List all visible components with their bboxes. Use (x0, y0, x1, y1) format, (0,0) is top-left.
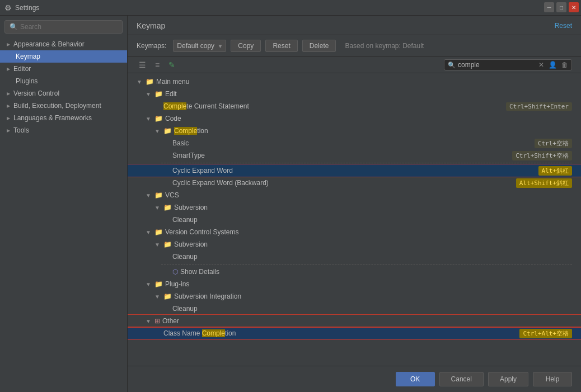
shortcut-badge: Ctrl+Alt+空格 (519, 329, 572, 338)
search-filter-icon: 🔍 (448, 62, 456, 69)
tree-item-subversion1[interactable]: ▼ 📁 Subversion (128, 201, 581, 214)
keymap-dropdown[interactable]: Default copy Default ▼ (173, 40, 226, 52)
tree-item-main-menu[interactable]: ▼ 📁 Main menu (128, 75, 581, 88)
person-icon: 👤 (549, 61, 557, 69)
icon-toolbar: ☰ ≡ ✎ 🔍 ✕ 👤 🗑 (128, 57, 581, 73)
sidebar-item-build[interactable]: ▶ Build, Execution, Deployment (0, 100, 127, 112)
collapse-icon: ▼ (137, 79, 143, 85)
close-button[interactable]: ✕ (569, 2, 579, 12)
delete-button[interactable]: Delete (302, 40, 336, 52)
tree-item-complete-current[interactable]: ▼ Complete Current Statement Ctrl+Shift+… (128, 100, 581, 112)
arrow-icon: ▶ (7, 42, 10, 47)
search-filter-input[interactable] (458, 61, 536, 69)
folder-icon: 📁 (154, 280, 163, 288)
folder-icon: 📁 (146, 78, 154, 86)
tree-item-smarttype[interactable]: ▼ SmartType Ctrl+Shift+空格 (128, 149, 581, 162)
arrow-icon: ▶ (7, 116, 10, 121)
tree-item-cleanup3[interactable]: ▼ Cleanup (128, 303, 581, 315)
sidebar-item-editor[interactable]: ▶ Editor (0, 63, 127, 75)
tree-item-completion[interactable]: ▼ 📁 Completion (128, 125, 581, 137)
tree-item-cyclic-expand-back[interactable]: ▼ Cyclic Expand Word (Backward) Alt+Shif… (128, 177, 581, 189)
other-icon: ⊞ (154, 317, 160, 325)
content-title: Keymap (137, 21, 165, 30)
tree-item-edit[interactable]: ▼ 📁 Edit (128, 88, 581, 100)
tree-item-code[interactable]: ▼ 📁 Code (128, 112, 581, 125)
collapse-icon: ▼ (154, 242, 161, 248)
sidebar-search-input[interactable] (20, 23, 118, 31)
cancel-button[interactable]: Cancel (439, 372, 484, 386)
folder-icon: 📁 (154, 90, 163, 98)
minimize-button[interactable]: ─ (544, 2, 554, 12)
apply-button[interactable]: Apply (488, 372, 528, 386)
tree-item-basic[interactable]: ▼ Basic Ctrl+空格 (128, 137, 581, 149)
shortcut-badge: Ctrl+Shift+空格 (512, 151, 572, 160)
expand-all-button[interactable]: ☰ (137, 59, 148, 70)
tree-item-cleanup1[interactable]: ▼ Cleanup (128, 214, 581, 226)
sidebar-item-label: Build, Execution, Deployment (13, 102, 101, 110)
plugin-icon: ⬡ (172, 268, 178, 276)
sidebar-item-keymap[interactable]: Keymap (0, 50, 127, 63)
window-controls: ─ □ ✕ (544, 2, 579, 12)
collapse-icon: ▼ (154, 205, 161, 211)
sidebar: 🔍 ▶ Appearance & Behavior Keymap ▶ Edito… (0, 16, 128, 392)
sidebar-item-languages[interactable]: ▶ Languages & Frameworks (0, 112, 127, 124)
tree-item-cyclic-expand[interactable]: ▼ Cyclic Expand Word Alt+斜杠 (128, 164, 581, 177)
collapse-icon: ▼ (146, 91, 152, 97)
separator (161, 163, 572, 163)
sidebar-item-plugins[interactable]: Plugins (0, 75, 127, 87)
tree-item-plugins[interactable]: ▼ 📁 Plug-ins (128, 278, 581, 290)
collapse-icon: ▼ (146, 192, 152, 199)
tree-item-subversion2[interactable]: ▼ 📁 Subversion (128, 238, 581, 251)
tree-item-class-name-completion[interactable]: ▼ Class Name Completion Ctrl+Alt+空格 (128, 327, 581, 339)
settings-icon: ⚙ (4, 3, 12, 12)
collapse-icon: ▼ (154, 128, 161, 134)
folder-icon: 📁 (154, 191, 163, 199)
search-icon: 🔍 (10, 23, 18, 31)
footer: OK Cancel Apply Help (128, 366, 581, 392)
reset-button[interactable]: Reset (265, 40, 297, 52)
sidebar-item-appearance[interactable]: ▶ Appearance & Behavior (0, 38, 127, 50)
collapse-all-button[interactable]: ≡ (153, 59, 162, 70)
maximize-button[interactable]: □ (556, 2, 566, 12)
sidebar-item-label: Appearance & Behavior (13, 40, 85, 48)
tree-item-vcs-systems[interactable]: ▼ 📁 Version Control Systems (128, 226, 581, 238)
shortcut-badge: Ctrl+空格 (535, 139, 572, 148)
content-area: Keymap Reset Keymaps: Default copy Defau… (128, 16, 581, 392)
keymaps-label: Keymaps: (137, 42, 166, 50)
collapse-icon: ▼ (154, 294, 161, 300)
toolbar-row: Keymaps: Default copy Default ▼ Copy Res… (128, 35, 581, 57)
folder-icon: 📁 (154, 115, 163, 122)
ok-button[interactable]: OK (396, 372, 435, 386)
collapse-icon: ▼ (146, 281, 152, 287)
help-button[interactable]: Help (533, 372, 572, 386)
title-bar: ⚙ Settings ─ □ ✕ (0, 0, 581, 16)
arrow-icon: ▶ (7, 67, 10, 72)
content-header: Keymap Reset (128, 16, 581, 35)
copy-button[interactable]: Copy (231, 40, 261, 52)
arrow-icon: ▶ (7, 128, 10, 133)
tree-item-subversion-integration[interactable]: ▼ 📁 Subversion Integration (128, 290, 581, 303)
tree-area[interactable]: ▼ 📁 Main menu ▼ 📁 Edit ▼ Complete Curren… (128, 73, 581, 366)
folder-icon: 📁 (163, 240, 172, 248)
collapse-icon: ▼ (146, 318, 152, 324)
keymap-select[interactable]: Default copy Default (173, 40, 226, 52)
sidebar-item-tools[interactable]: ▶ Tools (0, 124, 127, 136)
tree-item-other[interactable]: ▼ ⊞ Other (128, 315, 581, 327)
reset-link[interactable]: Reset (555, 22, 572, 30)
window-title: Settings (15, 4, 39, 12)
sidebar-item-label: Tools (13, 126, 29, 134)
sidebar-item-label: Languages & Frameworks (13, 114, 92, 122)
clear-search-button[interactable]: ✕ (538, 61, 544, 69)
sidebar-item-label: Editor (13, 65, 31, 73)
sidebar-item-version-control[interactable]: ▶ Version Control (0, 87, 127, 100)
trash-icon[interactable]: 🗑 (561, 61, 568, 69)
separator (161, 264, 572, 265)
collapse-icon: ▼ (146, 229, 152, 235)
based-on-label: Based on keymap: Default (345, 42, 424, 50)
sidebar-item-label: Version Control (13, 89, 59, 97)
sidebar-search-box[interactable]: 🔍 (4, 20, 123, 34)
tree-item-show-details[interactable]: ▼ ⬡ Show Details (128, 266, 581, 278)
tree-item-vcs[interactable]: ▼ 📁 VCS (128, 189, 581, 201)
tree-item-cleanup2[interactable]: ▼ Cleanup (128, 251, 581, 263)
edit-icon-button[interactable]: ✎ (166, 59, 177, 70)
